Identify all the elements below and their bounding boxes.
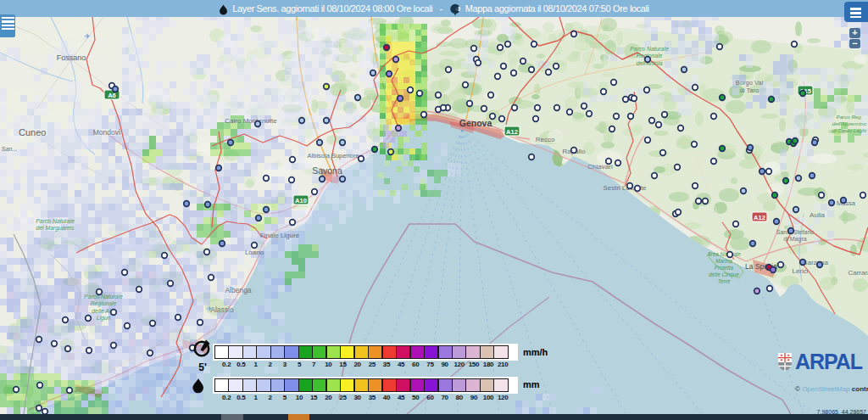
svg-text:Parco Naturale: Parco Naturale — [630, 46, 669, 52]
svg-text:Genova: Genova — [459, 118, 492, 128]
svg-text:Carrara: Carrara — [848, 269, 868, 277]
svg-text:Parco Naturale: Parco Naturale — [84, 294, 123, 300]
svg-text:Marina: Marina — [715, 258, 732, 264]
svg-text:A6: A6 — [108, 92, 116, 99]
svg-text:Terre: Terre — [718, 278, 731, 284]
svg-text:delle Cinque: delle Cinque — [709, 272, 739, 278]
svg-text:Savona: Savona — [312, 165, 342, 176]
svg-text:Loano: Loano — [245, 249, 264, 256]
svg-text:Mondovì: Mondovì — [93, 128, 121, 137]
svg-text:San...: San... — [2, 146, 17, 152]
svg-text:Cuneo: Cuneo — [19, 127, 46, 137]
svg-text:✈: ✈ — [84, 32, 91, 41]
svg-text:Regionale: Regionale — [91, 300, 117, 307]
svg-text:5': 5' — [198, 361, 207, 373]
svg-text:Area Naturale: Area Naturale — [706, 251, 741, 257]
svg-text:Albisola Superiore: Albisola Superiore — [308, 152, 359, 160]
svg-text:Recco: Recco — [536, 136, 555, 143]
svg-text:A12: A12 — [506, 128, 518, 136]
svg-text:Alassio: Alassio — [210, 305, 234, 314]
svg-text:Cairo Montenotte: Cairo Montenotte — [225, 117, 277, 125]
svg-text:del Marguareis: del Marguareis — [36, 225, 75, 232]
svg-text:Lerici: Lerici — [792, 267, 808, 275]
svg-text:Borgo Val: Borgo Val — [736, 79, 764, 87]
svg-text:di Magra: di Magra — [783, 236, 806, 243]
svg-text:Sarzana: Sarzana — [803, 259, 828, 266]
svg-text:di Taro: di Taro — [740, 87, 759, 94]
svg-text:A10: A10 — [295, 197, 307, 204]
svg-text:✈: ✈ — [206, 305, 213, 313]
svg-text:dell'Appennino: dell'Appennino — [832, 120, 867, 126]
svg-text:Protetta: Protetta — [715, 265, 734, 271]
svg-text:Albenga: Albenga — [225, 286, 251, 294]
svg-text:Aulla: Aulla — [810, 211, 825, 219]
svg-text:Parco Reg.: Parco Reg. — [837, 114, 863, 120]
svg-text:Fossano: Fossano — [57, 53, 86, 62]
svg-text:Santo Stefano: Santo Stefano — [776, 229, 814, 235]
svg-text:di Cento Laghi: di Cento Laghi — [832, 127, 867, 133]
svg-text:Finale Ligure: Finale Ligure — [260, 232, 300, 239]
svg-text:Liguri: Liguri — [97, 315, 111, 322]
svg-text:A12: A12 — [754, 214, 765, 221]
svg-text:Parco Naturale: Parco Naturale — [36, 218, 75, 224]
